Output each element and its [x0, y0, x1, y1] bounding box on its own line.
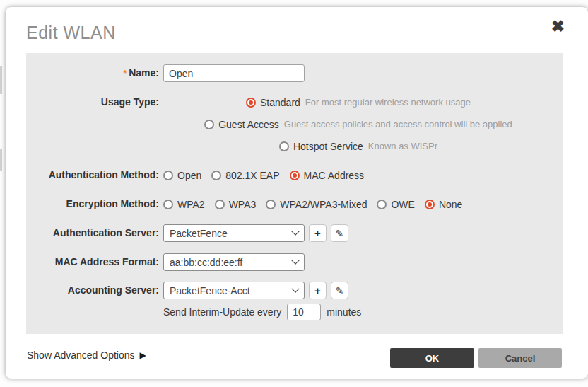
radio-enc-wpa3[interactable]: WPA3 [215, 195, 257, 213]
radio-usage-guest-access[interactable]: Guest Access Guest access policies and a… [204, 115, 512, 133]
show-advanced-options-link[interactable]: Show Advanced Options ▶ [27, 350, 146, 361]
cancel-button[interactable]: Cancel [478, 348, 562, 368]
mac-address-format-row: MAC Address Format: aa:bb:cc:dd:ee:ff [26, 253, 563, 271]
wlan-form-panel: *Name: Usage Type: Standard For most reg… [26, 53, 563, 334]
radio-enc-none[interactable]: None [425, 195, 462, 213]
radio-usage-hotspot-service[interactable]: Hotspot Service Known as WISPr [279, 137, 437, 155]
add-authentication-server-button[interactable]: + [309, 224, 327, 242]
accounting-server-label: Accounting Server: [26, 282, 163, 299]
radio-usage-standard[interactable]: Standard For most regular wireless netwo… [246, 93, 471, 111]
mac-address-format-label: MAC Address Format: [26, 253, 163, 271]
radio-unselected-icon [211, 171, 221, 180]
authentication-method-label: Authentication Method: [26, 166, 163, 184]
radio-auth-open[interactable]: Open [163, 166, 201, 184]
advanced-arrow-icon: ▶ [140, 350, 146, 360]
encryption-method-row: Encryption Method: WPA2 WPA3 WPA2/WPA3-M… [26, 195, 563, 213]
radio-unselected-icon [279, 141, 289, 151]
add-accounting-server-button[interactable]: + [309, 282, 327, 299]
radio-auth-mac-address[interactable]: MAC Address [290, 166, 365, 184]
radio-enc-wpa2-wpa3-mixed[interactable]: WPA2/WPA3-Mixed [266, 195, 367, 213]
radio-selected-icon [425, 200, 435, 209]
interim-update-unit: minutes [327, 306, 361, 318]
name-input[interactable] [163, 64, 305, 82]
authentication-server-label: Authentication Server: [26, 224, 163, 242]
edit-accounting-server-button[interactable]: ✎ [331, 282, 348, 299]
radio-auth-8021x-eap[interactable]: 802.1X EAP [211, 166, 279, 184]
ok-button[interactable]: OK [390, 348, 474, 368]
radio-unselected-icon [266, 200, 276, 209]
usage-type-row: Usage Type: Standard For most regular wi… [26, 93, 563, 155]
radio-unselected-icon [163, 171, 173, 180]
background-page-edge [0, 66, 2, 94]
edit-authentication-server-button[interactable]: ✎ [331, 224, 348, 242]
authentication-server-select[interactable]: PacketFence [163, 224, 305, 242]
radio-unselected-icon [204, 120, 214, 129]
page-title: Edit WLAN [26, 23, 116, 43]
radio-enc-wpa2[interactable]: WPA2 [163, 195, 205, 213]
radio-unselected-icon [377, 200, 387, 209]
accounting-server-row: Accounting Server: PacketFence-Acct + ✎ [26, 282, 563, 299]
interim-update-row: Send Interim-Update every minutes [26, 304, 563, 321]
usage-type-label: Usage Type: [26, 93, 163, 111]
chevron-down-icon [291, 227, 299, 235]
radio-selected-icon [246, 98, 256, 108]
authentication-method-row: Authentication Method: Open 802.1X EAP M… [26, 166, 563, 184]
name-label: *Name: [26, 64, 163, 82]
chevron-down-icon [291, 256, 299, 264]
radio-enc-owe[interactable]: OWE [377, 195, 414, 213]
accounting-server-select[interactable]: PacketFence-Acct [163, 282, 305, 299]
radio-unselected-icon [215, 200, 225, 209]
name-row: *Name: [26, 64, 563, 82]
interim-update-input[interactable] [287, 304, 321, 320]
radio-selected-icon [290, 171, 300, 180]
encryption-method-label: Encryption Method: [26, 195, 163, 213]
radio-unselected-icon [163, 200, 173, 209]
mac-address-format-select[interactable]: aa:bb:cc:dd:ee:ff [163, 253, 305, 271]
edit-wlan-dialog: Edit WLAN ✖ *Name: Usage Type: Standard … [6, 7, 588, 379]
required-asterisk: * [123, 68, 127, 79]
interim-update-text: Send Interim-Update every [163, 306, 281, 318]
background-page-edge [0, 149, 2, 171]
close-icon[interactable]: ✖ [551, 18, 565, 35]
authentication-server-row: Authentication Server: PacketFence + ✎ [26, 224, 563, 242]
chevron-down-icon [291, 284, 299, 292]
